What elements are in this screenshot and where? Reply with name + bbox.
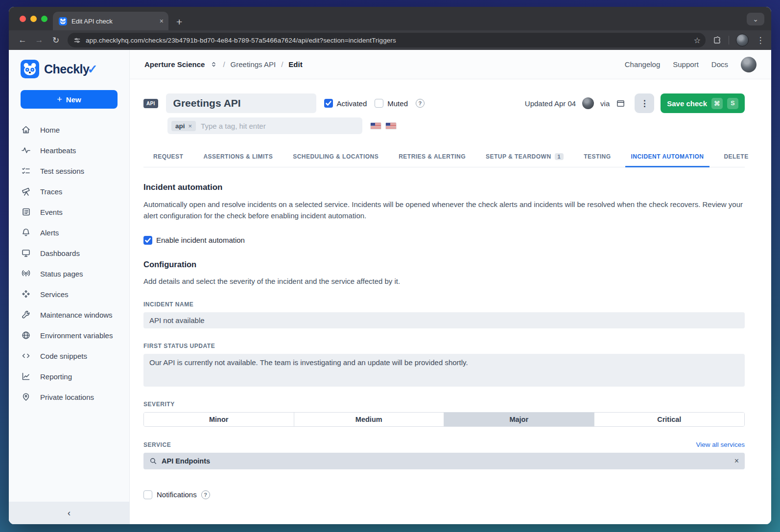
- activated-checkbox[interactable]: [324, 99, 333, 108]
- tab-retries-alerting[interactable]: RETRIES & ALERTING: [399, 148, 466, 167]
- new-check-button[interactable]: + New: [21, 90, 118, 109]
- service-select-box[interactable]: ×: [143, 453, 745, 469]
- service-input[interactable]: [162, 457, 730, 465]
- fullscreen-window-button[interactable]: [41, 16, 47, 22]
- changelog-link[interactable]: Changelog: [625, 60, 661, 69]
- activated-checkbox-row[interactable]: Activated: [324, 99, 367, 108]
- tab-close-icon[interactable]: ×: [160, 17, 164, 25]
- forward-icon[interactable]: →: [34, 35, 44, 45]
- tab-search-chevron-icon[interactable]: ⌄: [747, 13, 764, 25]
- checkly-logo-icon: [21, 60, 39, 78]
- more-options-button[interactable]: ⋮: [635, 93, 654, 113]
- user-avatar[interactable]: [741, 57, 756, 72]
- incident-automation-description: Automatically open and resolve incidents…: [143, 199, 745, 222]
- support-link[interactable]: Support: [673, 60, 699, 69]
- notifications-help-icon[interactable]: ?: [201, 490, 210, 499]
- chart-icon: [21, 371, 31, 381]
- event-list-icon: [21, 207, 31, 217]
- browser-toolbar: ← → ↻ app.checklyhq.com/checks/23b4791b-…: [9, 30, 771, 50]
- sidebar-item-heartbeats[interactable]: Heartbeats: [9, 140, 129, 161]
- muted-checkbox[interactable]: [375, 99, 383, 108]
- sidebar-item-traces[interactable]: Traces: [9, 181, 129, 202]
- check-type-badge: API: [143, 99, 158, 108]
- tab-scheduling-locations[interactable]: SCHEDULING & LOCATIONS: [293, 148, 378, 167]
- muted-help-icon[interactable]: ?: [416, 99, 425, 108]
- brand-wordmark: Checkly✓: [44, 62, 97, 76]
- severity-option-major[interactable]: Major: [444, 413, 594, 426]
- enable-incident-automation-label: Enable incident automation: [156, 236, 245, 244]
- sidebar-item-alerts[interactable]: Alerts: [9, 222, 129, 243]
- tab-assertions-limits[interactable]: ASSERTIONS & LIMITS: [203, 148, 273, 167]
- tag-input-box[interactable]: api ×: [167, 117, 362, 134]
- us-flag-icon: [371, 123, 381, 129]
- tab-request[interactable]: REQUEST: [153, 148, 183, 167]
- breadcrumb-account[interactable]: Aperture Science: [144, 60, 205, 69]
- notifications-label: Notifications: [157, 490, 197, 499]
- bookmark-star-icon[interactable]: ☆: [694, 36, 701, 45]
- main-panel: API Activated Muted ? Updated Apr: [130, 79, 771, 524]
- remove-tag-icon[interactable]: ×: [189, 122, 192, 130]
- reload-icon[interactable]: ↻: [51, 35, 61, 46]
- browser-profile-avatar[interactable]: [736, 34, 749, 46]
- sidebar-item-reporting[interactable]: Reporting: [9, 366, 129, 387]
- severity-option-critical[interactable]: Critical: [594, 413, 745, 426]
- tag-chip: api ×: [171, 121, 196, 131]
- extensions-puzzle-icon[interactable]: [712, 36, 722, 45]
- incident-name-input[interactable]: [143, 312, 745, 328]
- us-flag-icon: [386, 123, 396, 129]
- tab-testing[interactable]: TESTING: [584, 148, 611, 167]
- enable-incident-automation-checkbox[interactable]: [143, 236, 152, 245]
- muted-checkbox-row[interactable]: Muted: [375, 99, 408, 108]
- docs-link[interactable]: Docs: [711, 60, 728, 69]
- tab-incident-automation[interactable]: INCIDENT AUTOMATION: [631, 148, 704, 167]
- sidebar-collapse-button[interactable]: ‹: [9, 502, 129, 524]
- first-status-update-label: FIRST STATUS UPDATE: [143, 343, 745, 349]
- enable-incident-automation-row[interactable]: Enable incident automation: [143, 236, 745, 245]
- service-label: SERVICE: [143, 441, 171, 448]
- save-check-button[interactable]: Save check ⌘ S: [661, 93, 745, 113]
- severity-option-medium[interactable]: Medium: [294, 413, 445, 426]
- sidebar-item-private-locations[interactable]: Private locations: [9, 387, 129, 407]
- new-tab-button[interactable]: +: [176, 17, 182, 27]
- minimize-window-button[interactable]: [30, 16, 37, 22]
- breadcrumb-separator: /: [281, 60, 283, 69]
- sidebar-item-services[interactable]: Services: [9, 284, 129, 304]
- collapse-chevron-icon: ‹: [68, 508, 71, 518]
- browser-menu-kebab-icon[interactable]: ⋮: [756, 35, 765, 46]
- brand[interactable]: Checkly✓: [9, 50, 129, 86]
- browser-tab[interactable]: Edit API check ×: [53, 12, 168, 30]
- severity-segmented-control: Minor Medium Major Critical: [143, 412, 745, 427]
- account-selector-icon[interactable]: [210, 61, 217, 68]
- close-window-button[interactable]: [20, 16, 26, 22]
- sidebar-item-events[interactable]: Events: [9, 202, 129, 222]
- top-bar: Aperture Science / Greetings API / Edit …: [130, 50, 771, 79]
- sidebar-item-home[interactable]: Home: [9, 119, 129, 140]
- clear-service-icon[interactable]: ×: [734, 457, 739, 465]
- sidebar-item-code-snippets[interactable]: Code snippets: [9, 346, 129, 366]
- first-status-update-textarea[interactable]: Our API is currently not available. The …: [143, 354, 745, 387]
- url-bar[interactable]: app.checklyhq.com/checks/23b4791b-bd70-4…: [68, 33, 706, 47]
- notifications-checkbox[interactable]: [143, 490, 152, 499]
- site-settings-icon[interactable]: [73, 37, 81, 44]
- tab-setup-teardown[interactable]: SETUP & TEARDOWN 1: [486, 148, 564, 167]
- sidebar-item-environment-variables[interactable]: Environment variables: [9, 325, 129, 346]
- breadcrumb-check[interactable]: Greetings API: [231, 60, 276, 69]
- window-controls: [20, 16, 47, 22]
- sidebar-item-test-sessions[interactable]: Test sessions: [9, 161, 129, 181]
- tab-delete[interactable]: DELETE: [724, 148, 748, 167]
- severity-option-minor[interactable]: Minor: [144, 413, 294, 426]
- checklist-icon: [21, 166, 31, 176]
- back-icon[interactable]: ←: [18, 35, 27, 45]
- sidebar-item-maintenance-windows[interactable]: Maintenance windows: [9, 304, 129, 325]
- check-name-input[interactable]: [166, 93, 316, 113]
- url-text[interactable]: app.checklyhq.com/checks/23b4791b-bd70-4…: [86, 37, 689, 44]
- tag-input[interactable]: [201, 122, 358, 130]
- view-all-services-link[interactable]: View all services: [696, 441, 745, 448]
- sidebar-item-status-pages[interactable]: Status pages: [9, 263, 129, 284]
- browser-tab-strip: Edit API check × + ⌄: [9, 7, 771, 30]
- notifications-row[interactable]: Notifications ?: [143, 490, 745, 499]
- heartbeat-icon: [21, 145, 31, 155]
- configuration-title: Configuration: [143, 260, 745, 269]
- sidebar-item-dashboards[interactable]: Dashboards: [9, 243, 129, 263]
- browser-window: Edit API check × + ⌄ ← → ↻ app.checklyhq…: [9, 7, 771, 524]
